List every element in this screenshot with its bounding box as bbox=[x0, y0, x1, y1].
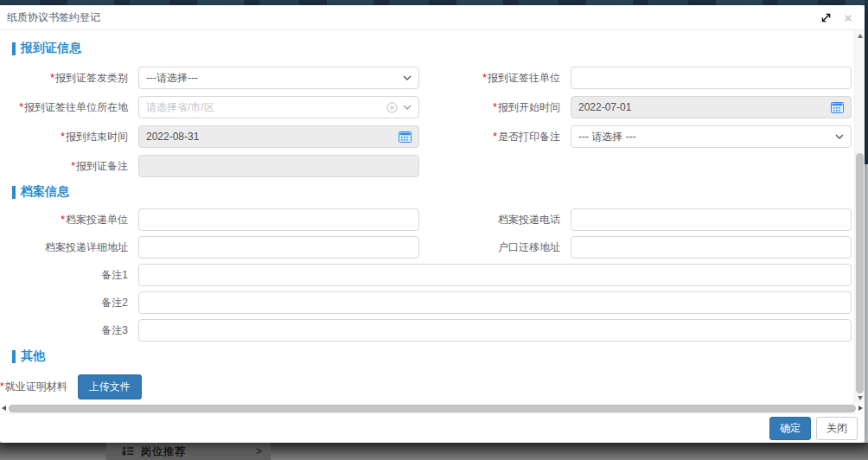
bg-menu-item-job-recommend[interactable]: 岗位推荐 > bbox=[106, 443, 271, 460]
required-asterisk: * bbox=[493, 131, 497, 143]
dialog-header: 纸质协议书签约登记 × bbox=[0, 5, 865, 30]
section-other-header: 其他 bbox=[12, 348, 865, 364]
required-asterisk: * bbox=[61, 214, 65, 226]
close-icon[interactable]: × bbox=[840, 10, 856, 25]
chevron-down-icon bbox=[403, 105, 412, 110]
note1-input[interactable] bbox=[138, 264, 852, 286]
category-select-value: ---请选择--- bbox=[146, 71, 403, 86]
start-date-value: 2022-07-01 bbox=[578, 101, 831, 113]
deliver-address-input[interactable] bbox=[138, 236, 419, 259]
form-row: *报到证签往单位所在地 请选择省/市/区 *报到开始时间 bbox=[0, 96, 865, 118]
end-date-value: 2022-08-31 bbox=[146, 131, 399, 143]
required-asterisk: * bbox=[71, 160, 75, 172]
note3-input[interactable] bbox=[138, 319, 852, 342]
form-row: 备注1 bbox=[0, 264, 865, 286]
field-label-note3: 备注3 bbox=[0, 323, 138, 338]
form-row: 档案投递详细地址 户口迁移地址 bbox=[0, 236, 865, 259]
field-label-to-unit: *报到证签往单位 bbox=[432, 71, 571, 86]
field-label-hukou-address: 户口迁移地址 bbox=[432, 240, 571, 255]
category-select[interactable]: ---请选择--- bbox=[138, 67, 419, 89]
calendar-icon[interactable] bbox=[831, 102, 844, 113]
section-accent-bar bbox=[12, 350, 16, 363]
vertical-scrollbar[interactable] bbox=[854, 30, 865, 403]
bg-menu-label: 岗位推荐 bbox=[141, 444, 186, 459]
field-label-category: *报到证签发类别 bbox=[0, 71, 138, 86]
field-label-start-date: *报到开始时间 bbox=[432, 100, 571, 115]
chevron-down-icon bbox=[403, 75, 412, 80]
required-asterisk: * bbox=[19, 101, 23, 113]
required-asterisk: * bbox=[482, 72, 487, 84]
print-note-select-value: --- 请选择 --- bbox=[578, 130, 835, 144]
form-row: *报到证备注 bbox=[0, 155, 865, 177]
horizontal-scrollbar[interactable] bbox=[0, 403, 865, 413]
to-area-cascader[interactable]: 请选择省/市/区 bbox=[138, 96, 419, 118]
upload-row: *就业证明材料 上传文件 bbox=[0, 374, 865, 399]
hukou-address-input[interactable] bbox=[571, 236, 852, 259]
horizontal-scrollbar-thumb[interactable] bbox=[9, 405, 856, 412]
required-asterisk: * bbox=[50, 72, 54, 84]
vertical-scrollbar-thumb[interactable] bbox=[856, 153, 864, 393]
section-report-header: 报到证信息 bbox=[12, 41, 865, 56]
form-row: 备注2 bbox=[0, 291, 865, 314]
deliver-phone-input[interactable] bbox=[571, 208, 852, 231]
deliver-unit-input[interactable] bbox=[138, 208, 419, 231]
field-label-print-note: *是否打印备注 bbox=[432, 130, 571, 144]
dialog-body: 报到证信息 *报到证签发类别 ---请选择--- *报到证签往单位 *报到 bbox=[0, 30, 865, 403]
required-asterisk: * bbox=[61, 131, 65, 143]
chevron-down-icon bbox=[835, 134, 844, 139]
to-unit-input[interactable] bbox=[571, 67, 852, 89]
field-label-material: *就业证明材料 bbox=[0, 380, 74, 394]
required-asterisk: * bbox=[0, 380, 4, 393]
chevron-right-icon: > bbox=[256, 445, 262, 457]
field-label-deliver-unit: *档案投递单位 bbox=[0, 213, 138, 227]
note2-input[interactable] bbox=[138, 291, 852, 314]
scroll-up-arrow-icon[interactable] bbox=[855, 30, 865, 41]
section-report-title: 报到证信息 bbox=[21, 41, 81, 56]
field-label-note1: 备注1 bbox=[0, 268, 138, 283]
maximize-icon[interactable] bbox=[818, 10, 833, 25]
section-other-title: 其他 bbox=[21, 348, 45, 364]
form-row: 备注3 bbox=[0, 319, 865, 342]
clear-icon[interactable] bbox=[386, 102, 398, 113]
field-label-cert-note: *报到证备注 bbox=[0, 159, 138, 174]
start-date-field[interactable]: 2022-07-01 bbox=[571, 96, 852, 118]
print-note-select[interactable]: --- 请选择 --- bbox=[571, 125, 852, 148]
cert-note-field[interactable] bbox=[138, 155, 419, 177]
scroll-left-arrow-icon[interactable] bbox=[2, 406, 6, 411]
roster-icon bbox=[122, 446, 134, 457]
end-date-field[interactable]: 2022-08-31 bbox=[138, 125, 419, 148]
section-accent-bar bbox=[12, 186, 16, 199]
form-row: *报到结束时间 2022-08-31 *是否打印备注 -- bbox=[0, 125, 865, 148]
field-label-deliver-phone: 档案投递电话 bbox=[432, 213, 571, 227]
field-label-note2: 备注2 bbox=[0, 296, 138, 310]
form-row: *报到证签发类别 ---请选择--- *报到证签往单位 bbox=[0, 67, 865, 89]
confirm-button[interactable]: 确定 bbox=[769, 417, 811, 440]
calendar-icon[interactable] bbox=[399, 131, 412, 143]
paper-agreement-dialog: 纸质协议书签约登记 × 报到证信息 *报到证签发类别 -- bbox=[0, 5, 865, 443]
field-label-to-area: *报到证签往单位所在地 bbox=[0, 100, 138, 115]
field-label-deliver-address: 档案投递详细地址 bbox=[0, 240, 138, 255]
screen: 岗位推荐 > 纸质协议书签约登记 × 报到证信息 bbox=[0, 0, 868, 460]
upload-file-button[interactable]: 上传文件 bbox=[78, 374, 142, 399]
scroll-down-arrow-icon[interactable] bbox=[855, 393, 865, 403]
to-area-placeholder: 请选择省/市/区 bbox=[146, 100, 386, 115]
background-page-right bbox=[865, 0, 868, 443]
dialog-footer: 确定 关闭 bbox=[0, 413, 865, 443]
scroll-right-arrow-icon[interactable] bbox=[858, 406, 863, 411]
dialog-title: 纸质协议书签约登记 bbox=[7, 10, 818, 25]
section-archive-title: 档案信息 bbox=[21, 184, 69, 200]
form-row: *档案投递单位 档案投递电话 bbox=[0, 208, 865, 231]
close-button[interactable]: 关闭 bbox=[816, 417, 858, 440]
background-page-bottom: 岗位推荐 > bbox=[0, 443, 868, 460]
required-asterisk: * bbox=[493, 101, 497, 113]
section-accent-bar bbox=[12, 42, 16, 55]
field-label-end-date: *报到结束时间 bbox=[0, 130, 138, 144]
section-archive-header: 档案信息 bbox=[12, 184, 865, 200]
